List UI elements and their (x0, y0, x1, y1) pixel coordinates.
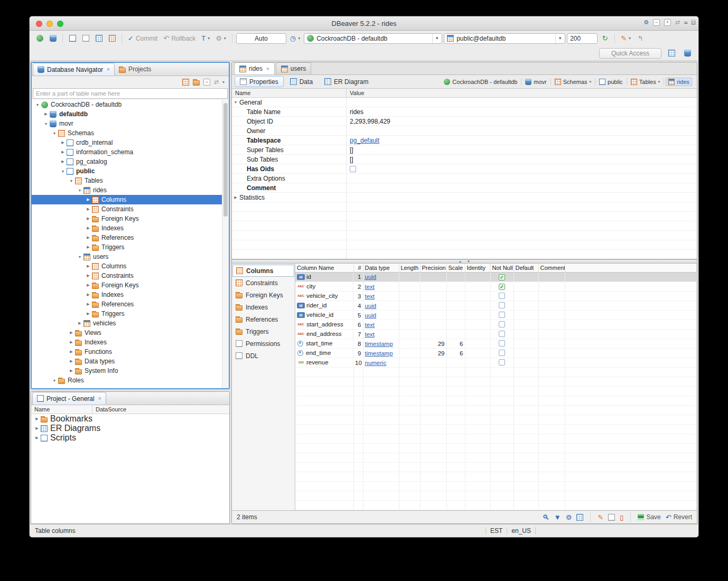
view-menu-icon[interactable]: ▾ (222, 80, 225, 85)
data-type-link[interactable]: timestamp (365, 350, 393, 357)
tree-item-system-info[interactable]: ▶System Info (32, 366, 229, 376)
search-icon[interactable]: 🔍︎ (543, 514, 549, 521)
scrollbar-thumb[interactable] (223, 103, 228, 217)
editor-tab-users[interactable]: users (276, 62, 311, 74)
expander-icon[interactable]: ▶ (68, 350, 75, 354)
expander-icon[interactable]: ▶ (76, 321, 83, 325)
property-row-owner[interactable]: Owner (232, 126, 697, 136)
expander-icon[interactable]: ▶ (85, 236, 92, 240)
tree-item-tables[interactable]: ▼Tables (32, 176, 229, 185)
data-type-link[interactable]: numeric (365, 360, 387, 366)
expander-icon[interactable]: ▶ (85, 302, 92, 306)
expander-icon[interactable]: ▼ (232, 100, 239, 104)
dbeaver-perspective-button[interactable] (682, 48, 693, 59)
expander-icon[interactable]: ▼ (59, 170, 67, 173)
expander-icon[interactable]: ▼ (51, 379, 58, 382)
subtab-data[interactable]: Data (285, 76, 318, 87)
close-icon[interactable]: × (107, 67, 110, 72)
object-tab-foreign-keys[interactable]: Foreign Keys (232, 289, 294, 301)
property-group-statistics[interactable]: ▶Statistics (232, 193, 697, 202)
expander-icon[interactable]: ▶ (59, 160, 67, 164)
column-header-column-name[interactable]: Column Name (295, 264, 353, 272)
data-type-link[interactable]: text (365, 331, 375, 338)
save-button[interactable]: Save (638, 513, 660, 521)
fetch-size-input[interactable] (567, 33, 598, 44)
tree-item-indexes[interactable]: ▶Indexes (32, 223, 229, 233)
tree-item-users[interactable]: ▼users (32, 252, 229, 261)
not-null-checkbox[interactable] (499, 359, 505, 366)
property-row-object-id[interactable]: Object ID2,293,998,429 (232, 117, 697, 126)
open-sql-script-button[interactable] (80, 33, 91, 44)
expander-icon[interactable]: ▶ (85, 283, 92, 287)
object-tab-constraints[interactable]: Constraints (232, 277, 294, 289)
data-type-link[interactable]: text (365, 322, 375, 328)
expander-icon[interactable]: ▶ (232, 195, 239, 200)
expander-icon[interactable]: ▼ (68, 179, 75, 183)
transaction-mode-button[interactable]: T▾ (199, 33, 212, 44)
property-row-table-name[interactable]: Table Namerides (232, 107, 697, 117)
property-row-sub-tables[interactable]: Sub Tables[] (232, 155, 697, 164)
transaction-settings-button[interactable]: ⚙▾ (213, 33, 228, 44)
column-header-[interactable]: # (353, 264, 363, 272)
column-header-length[interactable]: Length (399, 264, 420, 272)
column-row-end-address[interactable]: ABCend_address7text (295, 330, 697, 339)
property-row-has-oids[interactable]: Has Oids (232, 164, 697, 174)
quick-access-button[interactable]: Quick Access (599, 48, 661, 59)
tab-database-navigator[interactable]: Database Navigator× (33, 63, 115, 76)
tree-item-defaultdb[interactable]: ▶defaultdb (32, 109, 229, 119)
tree-item-foreign-keys[interactable]: ▶Foreign Keys (32, 280, 229, 290)
tree-item-constraints[interactable]: ▶Constraints (32, 204, 229, 214)
tree-item-vehicles[interactable]: ▶vehicles (32, 318, 229, 328)
has-oids-checkbox[interactable] (350, 166, 356, 172)
expander-icon[interactable]: ▶ (85, 293, 92, 297)
expander-icon[interactable]: ▼ (76, 189, 83, 192)
table-filter-input[interactable] (33, 89, 227, 98)
column-header-name[interactable]: Name (31, 405, 92, 414)
data-type-link[interactable]: timestamp (365, 341, 393, 347)
connection-combo[interactable]: CockroachDB - defaultdb ▼ (304, 33, 442, 44)
expander-icon[interactable]: ▼ (51, 132, 58, 135)
column-header-datasource[interactable]: DataSource (92, 406, 126, 413)
expander-icon[interactable]: ▶ (85, 226, 92, 230)
horizontal-splitter[interactable]: ▲ ▼ (232, 259, 697, 264)
tab-projects[interactable]: Projects (115, 63, 155, 76)
save-script-button[interactable] (93, 33, 105, 44)
tree-item-data-types[interactable]: ▶Data types (32, 357, 229, 366)
column-header-scale[interactable]: Scale (446, 264, 465, 272)
close-icon[interactable]: × (266, 66, 269, 72)
panels-icon[interactable] (576, 514, 583, 521)
data-type-link[interactable]: text (365, 293, 375, 299)
breadcrumb-public[interactable]: public (597, 78, 625, 86)
close-button[interactable] (36, 21, 42, 27)
not-null-checkbox[interactable]: ✓ (499, 274, 505, 280)
property-row-tablespace[interactable]: Tablespacepg_default (232, 136, 697, 145)
search-metadata-button[interactable] (106, 33, 118, 44)
subtab-er-diagram[interactable]: ER Diagram (319, 76, 374, 87)
tree-item-indexes[interactable]: ▶Indexes (32, 338, 229, 347)
tab-project-general[interactable]: Project - General × (32, 392, 106, 405)
object-tab-permissions[interactable]: Permissions (232, 338, 294, 350)
tree-item-rides[interactable]: ▼rides (32, 185, 229, 195)
tree-item-schemas[interactable]: ▼Schemas (32, 128, 229, 138)
combo-caret-icon[interactable]: ▼ (555, 34, 562, 43)
project-item-bookmarks[interactable]: ▶Bookmarks (31, 414, 229, 424)
property-group-general[interactable]: ▼General (232, 98, 697, 107)
property-value-link[interactable]: pg_default (350, 137, 379, 144)
column-row-end-time[interactable]: end_time9timestamp296 (295, 349, 697, 358)
column-row-start-address[interactable]: ABCstart_address6text (295, 320, 697, 330)
tree-item-columns[interactable]: ▶Columns (32, 261, 229, 271)
expander-icon[interactable]: ▶ (85, 245, 92, 249)
column-row-id[interactable]: idid1uuid✓ (295, 272, 697, 282)
column-row-city[interactable]: ABCcity2text✓ (295, 282, 697, 292)
expander-icon[interactable]: ▶ (59, 150, 67, 154)
column-header-identity[interactable]: Identity (465, 264, 490, 272)
rollback-button[interactable]: ↶Rollback (161, 33, 198, 44)
tree-item-triggers[interactable]: ▶Triggers (32, 242, 229, 252)
data-type-link[interactable]: uuid (365, 274, 377, 280)
link-with-editor-icon[interactable]: ⇄ (214, 79, 219, 85)
column-header-not-null[interactable]: Not Null (490, 264, 514, 272)
tree-item-cockroachdb-defaultdb[interactable]: ▼CockroachDB - defaultdb (32, 100, 229, 109)
expander-icon[interactable]: ▶ (59, 140, 67, 145)
filter-objects-icon[interactable] (182, 79, 189, 86)
expander-icon[interactable]: ▶ (33, 417, 41, 421)
